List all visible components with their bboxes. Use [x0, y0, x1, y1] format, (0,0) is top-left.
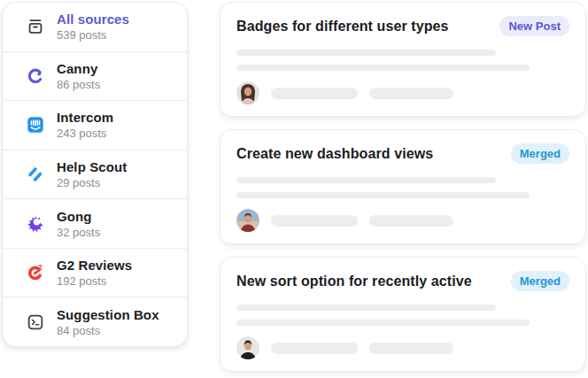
skeleton-text-bar	[236, 320, 530, 326]
status-badge: New Post	[499, 16, 569, 36]
skeleton-meta-bar	[271, 343, 358, 354]
skeleton-meta-bar	[271, 215, 358, 227]
avatar-man-red-shirt	[236, 209, 259, 232]
sidebar-item-intercom[interactable]: Intercom 243 posts	[3, 100, 187, 150]
source-label: Suggestion Box	[57, 307, 159, 322]
archive-icon	[26, 17, 45, 36]
status-badge: Merged	[511, 143, 569, 164]
skeleton-meta-bar	[369, 88, 453, 99]
sidebar-item-gong[interactable]: Gong 32 posts	[3, 198, 187, 248]
skeleton-meta-bar	[271, 88, 358, 99]
source-label: All sources	[57, 12, 129, 27]
intercom-icon	[26, 115, 45, 135]
skeleton-meta-bar	[369, 343, 453, 354]
sidebar-item-all-sources[interactable]: All sources 539 posts	[3, 3, 187, 51]
source-count: 32 posts	[57, 226, 100, 239]
skeleton-text-bar	[236, 192, 530, 198]
source-label: G2 Reviews	[57, 258, 132, 273]
post-title: Badges for different user types	[236, 19, 449, 35]
helpscout-icon	[26, 165, 45, 184]
source-label: Help Scout	[57, 159, 127, 174]
source-label: Canny	[57, 61, 100, 76]
avatar-man-dark-shirt	[236, 336, 259, 359]
sources-sidebar: All sources 539 posts Canny 86 posts	[2, 2, 188, 347]
source-count: 243 posts	[57, 127, 113, 140]
status-badge: Merged	[511, 271, 569, 291]
g2-icon: 2	[26, 263, 45, 282]
source-count: 29 posts	[57, 176, 127, 189]
post-card[interactable]: New sort option for recently active Merg…	[220, 257, 586, 372]
post-card[interactable]: Badges for different user types New Post	[220, 2, 586, 117]
terminal-icon	[26, 312, 45, 332]
gong-icon	[26, 214, 45, 234]
skeleton-text-bar	[236, 50, 496, 56]
skeleton-text-bar	[236, 305, 496, 311]
svg-text:2: 2	[38, 264, 43, 273]
source-label: Gong	[57, 209, 100, 224]
post-title: Create new dashboard views	[236, 146, 433, 162]
source-label: Intercom	[57, 110, 113, 125]
posts-list: Badges for different user types New Post	[220, 2, 586, 372]
post-title: New sort option for recently active	[236, 274, 472, 289]
skeleton-text-bar	[236, 177, 496, 183]
avatar-woman	[236, 81, 259, 104]
sidebar-item-g2-reviews[interactable]: 2 G2 Reviews 192 posts	[3, 248, 187, 297]
source-count: 86 posts	[57, 78, 100, 91]
skeleton-text-bar	[236, 65, 530, 71]
post-card[interactable]: Create new dashboard views Merged	[220, 129, 586, 244]
sidebar-item-help-scout[interactable]: Help Scout 29 posts	[3, 150, 187, 199]
source-count: 84 posts	[57, 324, 159, 337]
feedback-sources-screen: All sources 539 posts Canny 86 posts	[0, 0, 588, 378]
source-count: 539 posts	[57, 28, 129, 42]
sidebar-item-suggestion-box[interactable]: Suggestion Box 84 posts	[3, 297, 187, 346]
canny-icon	[26, 66, 45, 86]
sidebar-item-canny[interactable]: Canny 86 posts	[3, 51, 187, 101]
skeleton-meta-bar	[369, 215, 453, 227]
source-count: 192 posts	[57, 274, 132, 288]
